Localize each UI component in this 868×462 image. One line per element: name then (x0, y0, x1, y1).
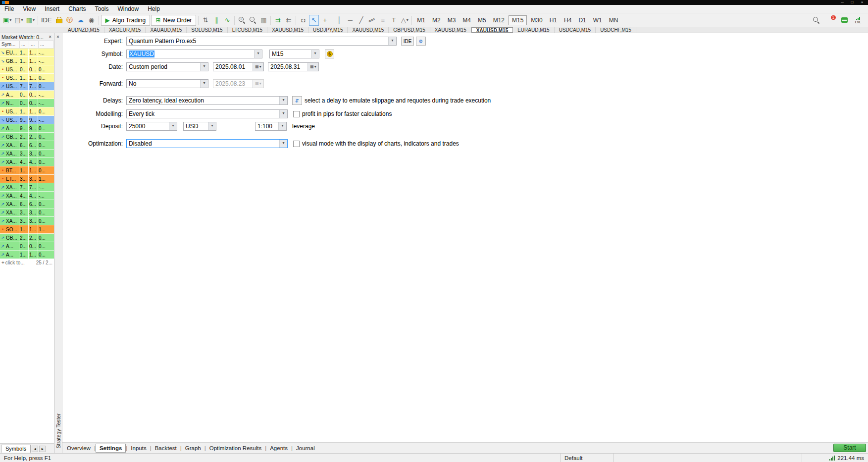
timeframe-button-m30[interactable]: M30 (528, 15, 545, 25)
timeframe-button-m15[interactable]: M15 (509, 15, 527, 25)
delay-settings-button[interactable]: ⇵ (292, 96, 302, 105)
forward-dropdown[interactable]: No ▾ (126, 79, 208, 88)
market-watch-row[interactable]: •BT...1...1...0... (0, 166, 54, 175)
search-button[interactable] (811, 15, 821, 26)
column-header-1[interactable]: ... (20, 41, 29, 48)
deposit-currency-dropdown[interactable]: USD ▾ (183, 122, 216, 131)
metaeditor-button[interactable]: ⓜ (65, 15, 75, 26)
trend-line-button[interactable]: ╱ (356, 15, 366, 26)
market-watch-row[interactable]: •US...0...0...0... (0, 65, 54, 74)
timeframe-button-h4[interactable]: H4 (561, 15, 574, 25)
chart-tab[interactable]: XAUAUD,M15 (146, 27, 187, 33)
chart-tab[interactable]: XAUUSD,M15 (471, 27, 513, 33)
timeframe-button-h1[interactable]: H1 (547, 15, 560, 25)
new-order-button[interactable]: ⊞ New Order (151, 15, 196, 26)
lock-button[interactable] (54, 15, 64, 26)
market-watch-row[interactable]: ↗XA...6...6...0... (0, 141, 54, 150)
timeframe-button-m1[interactable]: M1 (414, 15, 428, 25)
market-watch-row[interactable]: ↗A...1...1...0... (0, 251, 54, 259)
market-watch-row[interactable]: ↗XA...6...6...0... (0, 200, 54, 208)
add-symbol-button[interactable]: + click to... (1, 259, 25, 266)
scroll-left-button[interactable]: ◂ (32, 446, 38, 452)
close-button[interactable]: × (857, 0, 867, 5)
tester-tab-settings[interactable]: Settings (96, 444, 126, 453)
chart-tab[interactable]: EURAUD,M15 (513, 27, 554, 33)
close-strategy-tester-button[interactable]: × (56, 34, 59, 40)
market-watch-row[interactable]: ↗XA...3...3...0... (0, 217, 54, 225)
crosshair-button[interactable]: + (320, 15, 330, 26)
visual-mode-label[interactable]: visual mode with the display of charts, … (302, 139, 459, 148)
date-range-dropdown[interactable]: Custom period ▾ (126, 62, 208, 71)
chat-button[interactable] (839, 15, 849, 26)
zoom-in-button[interactable]: + (237, 15, 247, 26)
symbol-dropdown[interactable]: XAUUSD ▾ (126, 50, 262, 58)
tab-symbols[interactable]: Symbols (1, 445, 31, 453)
chevron-down-icon[interactable]: ▾ (200, 63, 208, 71)
market-watch-row[interactable]: ↗GB...2...2...0... (0, 133, 54, 141)
tester-tab-inputs[interactable]: Inputs (127, 444, 150, 453)
templates-button[interactable]: ▦ ▾ (25, 15, 36, 26)
chart-tab[interactable]: XAUUSD,M15 (348, 27, 389, 33)
zoom-out-button[interactable]: − (248, 15, 257, 26)
tester-tab-graph[interactable]: Graph (182, 444, 204, 453)
maximize-button[interactable]: □ (847, 0, 857, 5)
timeframe-button-mn[interactable]: MN (606, 15, 621, 25)
date-from-field[interactable]: 2025.08.01 ▦ ▾ (213, 62, 264, 71)
shapes-button[interactable]: △ ▾ (400, 15, 409, 26)
chevron-down-icon[interactable]: ▾ (279, 97, 287, 104)
chart-tab[interactable]: XAUUSD,M15 (267, 27, 308, 33)
market-watch-row[interactable]: ↗US...7...7...0... (0, 82, 54, 91)
start-button[interactable]: Start (833, 444, 866, 452)
cursor-button[interactable]: ↖ (309, 15, 319, 26)
menu-insert[interactable]: Insert (40, 5, 64, 13)
timeframe-button-m12[interactable]: M12 (490, 15, 508, 25)
period-dropdown[interactable]: M15 ▾ (269, 50, 319, 58)
menu-file[interactable]: File (0, 5, 18, 13)
depth-of-market-button[interactable]: ⇅ (201, 15, 210, 26)
chevron-down-icon[interactable]: ▾ (200, 80, 208, 88)
chart-tab[interactable]: LTCUSD,M15 (228, 27, 268, 33)
chart-tab[interactable]: USDCAD,M15 (555, 27, 596, 33)
market-watch-row[interactable]: •US...1...1...0... (0, 74, 54, 82)
menu-charts[interactable]: Charts (64, 5, 90, 13)
timeframe-button-w1[interactable]: W1 (590, 15, 605, 25)
visual-mode-checkbox[interactable] (293, 141, 300, 147)
column-header-2[interactable]: ... (29, 41, 39, 48)
tile-windows-button[interactable]: ▦ (258, 15, 268, 26)
market-watch-row[interactable]: ↗XA...3...3...0... (0, 208, 54, 217)
tick-chart-button[interactable]: ∿ (222, 15, 232, 26)
chart-tab[interactable]: XAUUSD,M15 (430, 27, 471, 33)
deposit-amount-dropdown[interactable]: 25000 ▾ (126, 122, 177, 131)
tester-tab-optimization-results[interactable]: Optimization Results (206, 444, 265, 453)
date-to-field[interactable]: 2025.08.31 ▦ ▾ (268, 62, 319, 71)
chevron-down-icon[interactable]: ▾ (388, 37, 396, 45)
notifications-button[interactable]: 1 (825, 15, 835, 26)
algo-trading-button[interactable]: ▶ Algo Trading (101, 15, 151, 26)
market-watch-row[interactable]: •ET...3...3...1... (0, 175, 54, 183)
chevron-down-icon[interactable]: ▾ (279, 110, 287, 118)
chart-tab[interactable]: USDJPY,M15 (308, 27, 348, 33)
timeframe-button-d1[interactable]: D1 (575, 15, 589, 25)
channel-button[interactable]: ∥ (367, 15, 377, 26)
profit-in-pips-label[interactable]: profit in pips for faster calculations (302, 109, 392, 118)
scroll-right-button[interactable]: ▸ (39, 446, 46, 452)
minimize-button[interactable]: ─ (837, 0, 847, 5)
market-watch-row[interactable]: ↗GB...2...2...0... (0, 234, 54, 242)
column-header-0[interactable]: Sym... (0, 41, 20, 48)
optimization-dropdown[interactable]: Disabled ▾ (126, 139, 288, 148)
chart-tab[interactable]: GBPUSD,M15 (389, 27, 430, 33)
market-watch-row[interactable]: ↗XA...3...3...0... (0, 150, 54, 158)
market-watch-row[interactable]: ↗XA...4...4...0... (0, 158, 54, 166)
chevron-down-icon[interactable]: ▾ (254, 50, 262, 58)
tester-tab-backtest[interactable]: Backtest (152, 444, 180, 453)
profit-in-pips-checkbox[interactable] (293, 111, 300, 117)
chevron-down-icon[interactable]: ▾ (278, 122, 286, 130)
timeframe-button-m2[interactable]: M2 (429, 15, 444, 25)
horizontal-line-button[interactable]: ─ (345, 15, 355, 26)
chart-tab[interactable]: XAGEUR,M15 (104, 27, 146, 33)
expert-dropdown[interactable]: Quantum Pattern Pro.ex5 ▾ (126, 37, 397, 46)
delays-dropdown[interactable]: Zero latency, ideal execution ▾ (126, 96, 288, 105)
chart-tab[interactable]: SOLUSD,M15 (187, 27, 227, 33)
new-chart-button[interactable]: ▣ ▾ (2, 15, 12, 26)
symbol-info-button[interactable]: $ (325, 50, 334, 58)
